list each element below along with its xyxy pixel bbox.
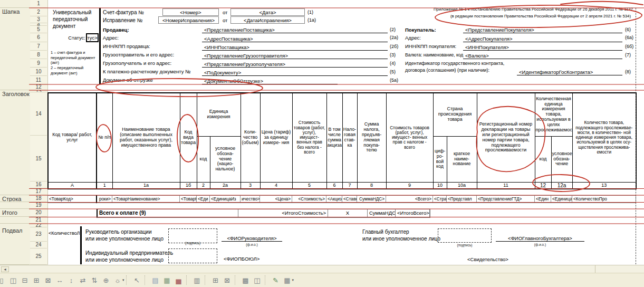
row-header-14[interactable]: 14 [30,92,47,136]
same-height-icon[interactable]: ↕ [66,275,76,285]
cell-trace-unit-code[interactable]: <Един [535,196,551,203]
row-header-24[interactable]: 24 [30,242,47,248]
seller-address-mark[interactable]: (2а) [390,33,398,42]
cell-item-code[interactable]: <ТоварКод> [48,196,97,203]
accountant-signature-box[interactable] [438,228,492,243]
cell-country-name[interactable]: <Представл [447,196,477,203]
align-left-icon[interactable]: ▯ [0,275,7,285]
totals-vat-cell[interactable]: СуммаНДС> [368,209,396,217]
align-center-h-icon[interactable]: ◫ [8,275,18,285]
cell-total[interactable]: <Всего> [386,196,433,203]
certificate-cell[interactable]: <Свидетельство> [422,256,554,262]
col-code-6[interactable]: 6 [326,182,342,189]
horizontal-scrollbar[interactable]: ◄ [0,265,644,273]
distribute-h-icon[interactable]: ⇄ [78,275,88,285]
invoice-date-cell[interactable]: <Дата> [230,8,305,16]
entrepreneur-signature-box[interactable] [168,248,217,263]
status-value-cell-selected[interactable]: тус> [86,33,99,42]
row-header-6[interactable]: 6 [30,33,47,42]
row-header-9[interactable]: 9 [30,59,47,68]
th-trace-unit-group[interactable]: Количественная единица измерения товара,… [535,93,572,136]
seller-inn-label[interactable]: ИНН/КПП продавца: [103,42,150,51]
th-declaration-number[interactable]: Регистрационный номер декларации на това… [477,93,535,182]
upd-title-cell[interactable]: Универсальный передаточный документ [53,9,97,30]
consignor-mark[interactable]: (3) [390,51,396,59]
row-header-10[interactable]: 10 [30,68,47,76]
th-unit-symbol[interactable]: условное обозна- чение (нацио- нальное) [210,136,241,182]
accountant-label[interactable]: Главный бухгалтер или иное уполномоченно… [362,228,440,242]
th-line-number[interactable]: № п/п [97,93,112,182]
col-code-10a[interactable]: 10а [447,182,477,189]
cell-line-number[interactable]: роки> [97,196,112,203]
row-header-22[interactable]: 22 [30,224,47,227]
buyer-value[interactable]: <ПредставлениеПокупателя> [463,26,622,33]
appendix-line-2[interactable]: (в редакции постановления Правительства … [450,13,631,20]
th-price[interactable]: Цена (тариф) за единицу измере- ния [260,93,292,182]
currency-mark[interactable]: (7) [625,51,631,59]
cell-trace-quantity[interactable]: <КоличествоПро [572,196,636,203]
row-header-19[interactable]: 19 [30,202,47,209]
seller-mark[interactable]: (2) [390,26,396,33]
consignor-value[interactable]: <ПредставлениеГрузоотправителя> [202,51,388,59]
col-code-2a[interactable]: 2а [210,182,241,189]
scroll-left-icon[interactable]: ◄ [1,266,9,272]
th-trace-unit-code[interactable]: код [535,136,551,182]
appendix-line-1[interactable]: Приложение № 1 к постановлению Правитель… [434,6,633,13]
same-width-icon[interactable]: ↔ [54,275,65,285]
th-excise[interactable]: В том числе сумма акциза [326,93,342,182]
th-country-group[interactable]: Страна происхождения товара [433,93,477,136]
cell-cost[interactable]: <Стоимость> [292,196,326,203]
fit-horizontal-icon[interactable]: ⊞ [31,275,42,285]
invoice-number-cell[interactable]: <Номер> [162,8,219,16]
col-code-12[interactable]: 12 [535,182,551,189]
row-header-18[interactable]: 18 [30,195,47,202]
col-code-5[interactable]: 5 [292,182,326,189]
section-itogo[interactable]: Итого [0,209,30,217]
col-code-11[interactable]: 11 [477,182,535,189]
section-podval[interactable]: Подвал [0,224,30,265]
payment-doc-value[interactable]: <ПоДокументу> [202,68,388,76]
correction-date-cell[interactable]: <ДатаИсправления> [230,16,305,24]
head-fio-cell[interactable]: <ФИОРуководителя> [222,228,282,242]
seller-inn-mark[interactable]: (2б) [390,42,398,51]
col-code-7[interactable]: 7 [342,182,357,189]
invoice-from-label[interactable]: от [223,9,227,15]
buyer-mark[interactable]: (6) [625,26,631,33]
cell-excise[interactable]: <Акциз> [326,196,342,203]
col-code-12a[interactable]: 12а [551,182,572,189]
table-menu-dropdown-arrow-icon[interactable]: ▾ [292,278,294,282]
invoice-number-label[interactable]: Счет-фактура № [103,9,144,15]
buyer-inn-label[interactable]: ИНН/КПП покупателя: [405,42,456,51]
row-header-8[interactable]: 8 [30,51,47,59]
cell-quantity[interactable]: ичество> [241,196,260,203]
correction-from-label[interactable]: от [223,17,227,23]
insert-row-icon[interactable]: ⊞ [210,275,221,285]
currency-label[interactable]: Валюта: наименование, код [405,51,463,59]
section-zagolovok[interactable]: ЗаголовокТ [0,90,30,195]
row-header-1[interactable]: 1 [30,0,47,8]
shipment-doc-mark[interactable]: (5а) [390,76,398,84]
th-cost-without-tax[interactable]: Стоимость товаров (работ, услуг), имущес… [292,93,326,182]
row-header-16[interactable]: 16 [30,181,47,188]
row-header-2[interactable]: 2 [30,8,47,16]
currency-value[interactable]: <Валюта> [463,51,622,59]
row-header-3[interactable]: 3 [30,16,47,23]
row-header-15[interactable]: 15 [30,136,47,181]
col-code-10[interactable]: 10 [433,182,447,189]
seller-inn-value[interactable]: <ИННПоставщика> [202,42,388,51]
gov-contract-value[interactable]: <ИдентификаторГосКонтракта> [517,67,622,75]
row-header-20[interactable]: 20 [30,209,47,217]
picture-icon[interactable]: ▦ [162,275,172,285]
cell-item-name[interactable]: <ТоварНаименование> [112,196,180,203]
fit-vertical-icon[interactable]: ⊠ [43,275,53,285]
col-code-3[interactable]: 3 [241,182,260,189]
th-trace-unit-symbol[interactable]: условное обозна- чение [551,136,572,182]
section-stroka[interactable]: Строка [0,195,30,202]
gov-contract-label[interactable]: Идентификатор государственного контракта… [405,60,518,73]
gov-contract-mark[interactable]: (8) [625,68,631,76]
row-header-11[interactable]: 11 [30,76,47,84]
seller-label[interactable]: Продавец: [103,26,129,33]
col-code-2[interactable]: 2 [197,182,210,189]
th-tax-amount[interactable]: Сумма налога, предъяв- ляемая покупа- те… [357,93,386,182]
payment-doc-mark[interactable]: (5) [390,68,396,76]
